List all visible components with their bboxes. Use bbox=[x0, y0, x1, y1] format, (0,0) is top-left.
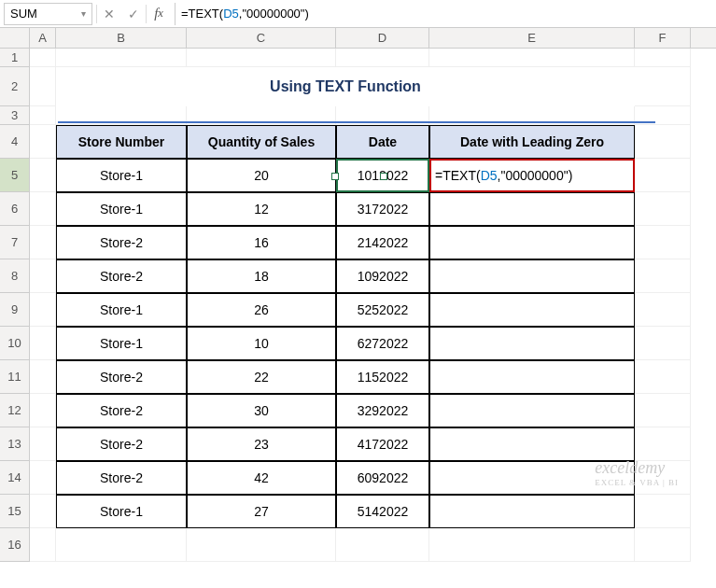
row-header-2[interactable]: 2 bbox=[0, 67, 29, 106]
cell-store[interactable]: Store-2 bbox=[56, 394, 187, 427]
cell-qty[interactable]: 18 bbox=[187, 259, 336, 293]
cell-qty[interactable]: 22 bbox=[187, 360, 336, 394]
col-header-A[interactable]: A bbox=[30, 28, 56, 48]
cell-date[interactable]: 3292022 bbox=[336, 394, 429, 427]
row-header-4[interactable]: 4 bbox=[0, 125, 29, 159]
row-header-15[interactable]: 15 bbox=[0, 495, 29, 528]
row-headers: 1 2 3 4 5 6 7 8 9 10 11 12 13 14 15 16 bbox=[0, 49, 30, 562]
row-header-1[interactable]: 1 bbox=[0, 49, 29, 67]
cell-store[interactable]: Store-1 bbox=[56, 192, 187, 226]
cell-date[interactable]: 6092022 bbox=[336, 461, 429, 495]
row-header-16[interactable]: 16 bbox=[0, 528, 29, 562]
cell-qty[interactable]: 16 bbox=[187, 226, 336, 259]
grid[interactable]: Using TEXT Function Store Number Quantit… bbox=[30, 49, 716, 562]
th-qty[interactable]: Quantity of Sales bbox=[187, 125, 336, 159]
cell-store[interactable]: Store-2 bbox=[56, 259, 187, 293]
table-row: Store-1106272022 bbox=[30, 327, 716, 360]
cell-qty[interactable]: 20 bbox=[187, 159, 336, 192]
cell-date[interactable]: 1012022 bbox=[336, 159, 429, 192]
table-row: Store-2221152022 bbox=[30, 360, 716, 394]
row-header-7[interactable]: 7 bbox=[0, 226, 29, 259]
formula-suffix: ,"00000000") bbox=[239, 7, 309, 21]
row-header-10[interactable]: 10 bbox=[0, 327, 29, 360]
editing-cell[interactable]: =TEXT(D5,"00000000") bbox=[429, 159, 635, 192]
page-title: Using TEXT Function bbox=[56, 67, 635, 106]
col-header-D[interactable]: D bbox=[336, 28, 429, 48]
cell-datez[interactable] bbox=[429, 226, 635, 259]
cell-datez[interactable] bbox=[429, 259, 635, 293]
th-date[interactable]: Date bbox=[336, 125, 429, 159]
cell-store[interactable]: Store-1 bbox=[56, 159, 187, 192]
formula-prefix: =TEXT( bbox=[181, 7, 223, 21]
cell-datez[interactable] bbox=[429, 427, 635, 461]
row-header-11[interactable]: 11 bbox=[0, 360, 29, 394]
table-row: Store-2426092022 bbox=[30, 461, 716, 495]
col-header-B[interactable]: B bbox=[56, 28, 187, 48]
cell-qty[interactable]: 30 bbox=[187, 394, 336, 427]
cell-date[interactable]: 1092022 bbox=[336, 259, 429, 293]
cell-store[interactable]: Store-2 bbox=[56, 461, 187, 495]
cell-store[interactable]: Store-2 bbox=[56, 360, 187, 394]
cell-datez[interactable] bbox=[429, 192, 635, 226]
cell-datez[interactable] bbox=[429, 394, 635, 427]
cell-qty[interactable]: 26 bbox=[187, 293, 336, 327]
cell-datez[interactable] bbox=[429, 293, 635, 327]
cell-qty[interactable]: 23 bbox=[187, 427, 336, 461]
col-header-C[interactable]: C bbox=[187, 28, 336, 48]
cell-store[interactable]: Store-1 bbox=[56, 293, 187, 327]
col-header-F[interactable]: F bbox=[635, 28, 691, 48]
cell-datez[interactable] bbox=[429, 461, 635, 495]
cell-store[interactable]: Store-1 bbox=[56, 327, 187, 360]
row-header-13[interactable]: 13 bbox=[0, 427, 29, 461]
row-header-14[interactable]: 14 bbox=[0, 461, 29, 495]
fx-icon[interactable]: fx bbox=[147, 3, 171, 25]
cell-qty[interactable]: 27 bbox=[187, 495, 336, 528]
cell-datez[interactable] bbox=[429, 327, 635, 360]
name-box[interactable]: SUM ▾ bbox=[4, 3, 92, 25]
table-row: Store-1275142022 bbox=[30, 495, 716, 528]
th-datez[interactable]: Date with Leading Zero bbox=[429, 125, 635, 159]
row-header-5[interactable]: 5 bbox=[0, 159, 29, 192]
cell-store[interactable]: Store-1 bbox=[56, 495, 187, 528]
cell-qty[interactable]: 42 bbox=[187, 461, 336, 495]
cell-store[interactable]: Store-2 bbox=[56, 226, 187, 259]
row-header-12[interactable]: 12 bbox=[0, 394, 29, 427]
table-row: Store-2234172022 bbox=[30, 427, 716, 461]
cell-date[interactable]: 2142022 bbox=[336, 226, 429, 259]
formula-input[interactable]: =TEXT(D5,"00000000") bbox=[175, 5, 716, 22]
cell-qty[interactable]: 10 bbox=[187, 327, 336, 360]
th-store[interactable]: Store Number bbox=[56, 125, 187, 159]
table-row: Store-1123172022 bbox=[30, 192, 716, 226]
formula-bar: SUM ▾ ✕ ✓ fx =TEXT(D5,"00000000") bbox=[0, 0, 716, 28]
table-row: Store-2162142022 bbox=[30, 226, 716, 259]
formula-ref: D5 bbox=[223, 7, 239, 21]
title-underline bbox=[58, 121, 655, 123]
row-header-9[interactable]: 9 bbox=[0, 293, 29, 327]
cell-date[interactable]: 5252022 bbox=[336, 293, 429, 327]
table-row: Store-2181092022 bbox=[30, 259, 716, 293]
cell-date[interactable]: 1152022 bbox=[336, 360, 429, 394]
table-row: Store-1201012022=TEXT(D5,"00000000") bbox=[30, 159, 716, 192]
col-header-E[interactable]: E bbox=[429, 28, 635, 48]
row-header-6[interactable]: 6 bbox=[0, 192, 29, 226]
cancel-icon[interactable]: ✕ bbox=[97, 3, 121, 25]
cell-date[interactable]: 3172022 bbox=[336, 192, 429, 226]
table-row: Store-1265252022 bbox=[30, 293, 716, 327]
cell-store[interactable]: Store-2 bbox=[56, 427, 187, 461]
column-headers: A B C D E F bbox=[0, 28, 716, 49]
cell-date[interactable]: 5142022 bbox=[336, 495, 429, 528]
name-box-value: SUM bbox=[10, 7, 37, 21]
cell-datez[interactable] bbox=[429, 495, 635, 528]
cell-date[interactable]: 4172022 bbox=[336, 427, 429, 461]
row-header-3[interactable]: 3 bbox=[0, 106, 29, 125]
confirm-icon[interactable]: ✓ bbox=[121, 3, 146, 25]
cell-qty[interactable]: 12 bbox=[187, 192, 336, 226]
row-header-8[interactable]: 8 bbox=[0, 259, 29, 293]
cell-datez[interactable] bbox=[429, 360, 635, 394]
cell-date[interactable]: 6272022 bbox=[336, 327, 429, 360]
select-all-corner[interactable] bbox=[0, 28, 30, 48]
chevron-down-icon[interactable]: ▾ bbox=[81, 8, 86, 19]
table-row: Store-2303292022 bbox=[30, 394, 716, 427]
